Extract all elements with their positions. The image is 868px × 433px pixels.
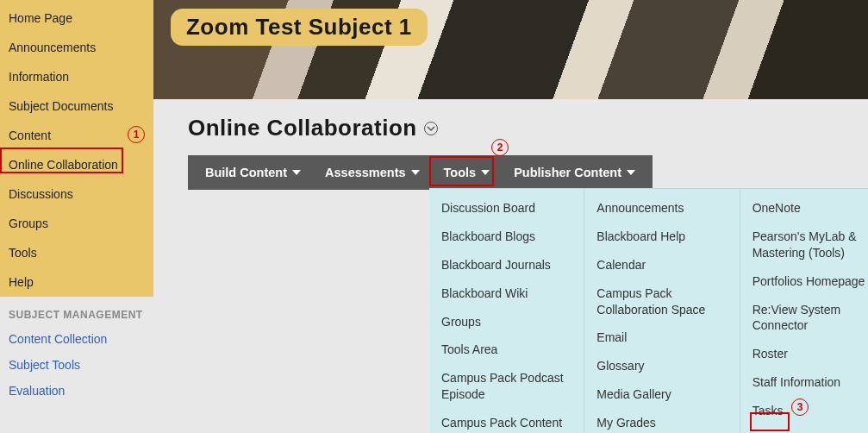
course-banner: Zoom Test Subject 1 — [153, 0, 868, 99]
sidebar-heading-subject-management: SUBJECT MANAGEMENT — [0, 297, 153, 326]
dd-tasks[interactable]: Tasks — [740, 397, 868, 425]
dd-blackboard-help[interactable]: Blackboard Help — [584, 223, 739, 251]
tools-dropdown: Discussion Board Blackboard Blogs Blackb… — [429, 188, 868, 433]
sidebar-item-information[interactable]: Information — [0, 62, 153, 91]
dd-pearsons-mylab[interactable]: Pearson's MyLab & Mastering (Tools) — [740, 223, 868, 267]
dd-campus-pack-content[interactable]: Campus Pack Content — [429, 409, 584, 433]
dd-blackboard-journals[interactable]: Blackboard Journals — [429, 251, 584, 279]
tools-dropdown-col-1: Discussion Board Blackboard Blogs Blackb… — [429, 189, 584, 433]
sidebar-item-content[interactable]: Content — [0, 121, 153, 150]
sidebar-item-announcements[interactable]: Announcements — [0, 33, 153, 62]
dd-campus-pack-collaboration-space[interactable]: Campus Pack Collaboration Space — [584, 279, 739, 324]
sidebar-link-subject-tools[interactable]: Subject Tools — [0, 352, 153, 378]
dd-media-gallery[interactable]: Media Gallery — [584, 380, 739, 409]
dd-email[interactable]: Email — [584, 323, 739, 352]
dd-my-grades[interactable]: My Grades — [584, 409, 739, 433]
chevron-down-icon — [627, 170, 635, 175]
dd-blackboard-blogs[interactable]: Blackboard Blogs — [429, 223, 584, 251]
actionbar-publisher-content[interactable]: Publisher Content — [502, 157, 647, 188]
sidebar-item-discussions[interactable]: Discussions — [0, 179, 153, 209]
chevron-down-icon — [411, 170, 420, 175]
dd-announcements[interactable]: Announcements — [584, 194, 739, 223]
dd-calendar[interactable]: Calendar — [584, 251, 739, 279]
page-title: Online Collaboration — [188, 115, 868, 141]
actionbar-assessments-label: Assessments — [325, 166, 406, 179]
course-title: Zoom Test Subject 1 — [171, 9, 428, 46]
sidebar-item-home-page[interactable]: Home Page — [0, 3, 153, 33]
chevron-down-icon — [481, 170, 490, 175]
dd-onenote[interactable]: OneNote — [740, 194, 868, 223]
dd-glossary[interactable]: Glossary — [584, 352, 739, 380]
action-bar: Build Content Assessments Tools Publishe… — [188, 155, 653, 190]
sidebar-item-tools[interactable]: Tools — [0, 238, 153, 267]
actionbar-publisher-content-label: Publisher Content — [514, 166, 621, 179]
actionbar-tools[interactable]: Tools — [432, 157, 503, 188]
dd-tools-area[interactable]: Tools Area — [429, 336, 584, 364]
sidebar-item-online-collaboration[interactable]: Online Collaboration — [0, 150, 153, 179]
tools-dropdown-col-2: Announcements Blackboard Help Calendar C… — [584, 189, 740, 433]
dd-portfolios-homepage[interactable]: Portfolios Homepage — [740, 267, 868, 296]
dd-blackboard-wiki[interactable]: Blackboard Wiki — [429, 279, 584, 308]
tools-dropdown-col-3: OneNote Pearson's MyLab & Mastering (Too… — [740, 189, 868, 433]
dd-groups[interactable]: Groups — [429, 308, 584, 336]
dd-staff-information[interactable]: Staff Information — [740, 368, 868, 397]
dd-campus-pack-podcast-episode[interactable]: Campus Pack Podcast Episode — [429, 364, 584, 409]
page-context-menu-icon[interactable] — [424, 122, 438, 135]
sidebar-item-groups[interactable]: Groups — [0, 209, 153, 238]
sidebar-link-content-collection[interactable]: Content Collection — [0, 326, 153, 352]
sidebar-link-evaluation[interactable]: Evaluation — [0, 378, 153, 404]
dd-zoom[interactable]: Zoom — [740, 425, 868, 433]
sidebar-item-help[interactable]: Help — [0, 267, 153, 297]
sidebar: Home Page Announcements Information Subj… — [0, 0, 153, 433]
actionbar-assessments[interactable]: Assessments — [313, 157, 432, 188]
sidebar-course-menu: Home Page Announcements Information Subj… — [0, 0, 153, 297]
sidebar-item-subject-documents[interactable]: Subject Documents — [0, 91, 153, 121]
page-title-text: Online Collaboration — [188, 115, 417, 141]
dd-roster[interactable]: Roster — [740, 340, 868, 368]
actionbar-build-content-label: Build Content — [205, 166, 287, 179]
actionbar-tools-label: Tools — [444, 166, 477, 179]
dd-review-system-connector[interactable]: Re:View System Connector — [740, 296, 868, 341]
dd-discussion-board[interactable]: Discussion Board — [429, 194, 584, 223]
actionbar-build-content[interactable]: Build Content — [193, 157, 313, 188]
chevron-down-icon — [292, 170, 301, 175]
